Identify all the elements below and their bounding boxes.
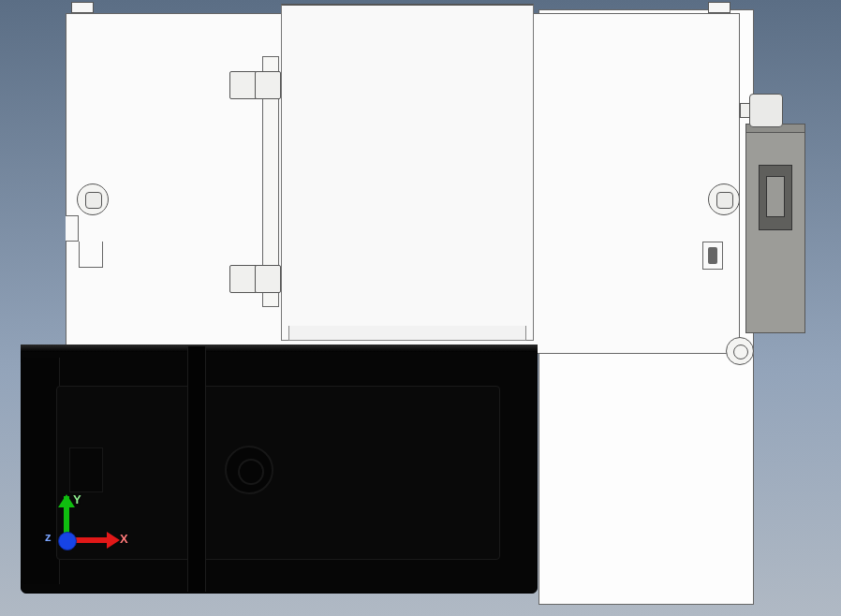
model-notch-left xyxy=(66,215,79,242)
axis-y-label: Y xyxy=(73,492,81,506)
origin-sphere-icon xyxy=(58,532,77,550)
model-center-plate xyxy=(281,4,534,341)
model-standoff-top-a xyxy=(229,71,258,99)
model-tab-top-left xyxy=(71,2,94,13)
model-motor-label-patch xyxy=(69,447,103,492)
model-standoff-top-b xyxy=(255,71,281,99)
model-center-plate-lip xyxy=(288,326,526,341)
model-motor-shaft-ring xyxy=(225,446,273,494)
model-notch-right-pin xyxy=(708,247,717,264)
model-bracket-hook-face xyxy=(766,176,785,217)
origin-triad[interactable]: Y X z xyxy=(52,496,127,571)
axis-x-arrowhead-icon xyxy=(107,532,120,549)
model-screw-left xyxy=(77,183,109,215)
model-screw-right xyxy=(708,183,740,215)
model-bracket-plate xyxy=(745,129,805,333)
cad-3d-viewport[interactable]: Y X z xyxy=(0,0,841,616)
axis-x-label: X xyxy=(120,532,128,546)
model-standoff-bottom-a xyxy=(229,265,258,293)
model-notch-left-slot xyxy=(79,242,103,268)
model-motor-top-highlight xyxy=(21,345,538,352)
axis-z-label: z xyxy=(45,530,52,544)
model-tab-top-right xyxy=(708,2,730,13)
model-right-cylinder xyxy=(749,94,783,127)
model-motor-band xyxy=(187,346,206,592)
model-standoff-bottom-b xyxy=(255,265,281,293)
model-plug-round xyxy=(726,337,754,365)
